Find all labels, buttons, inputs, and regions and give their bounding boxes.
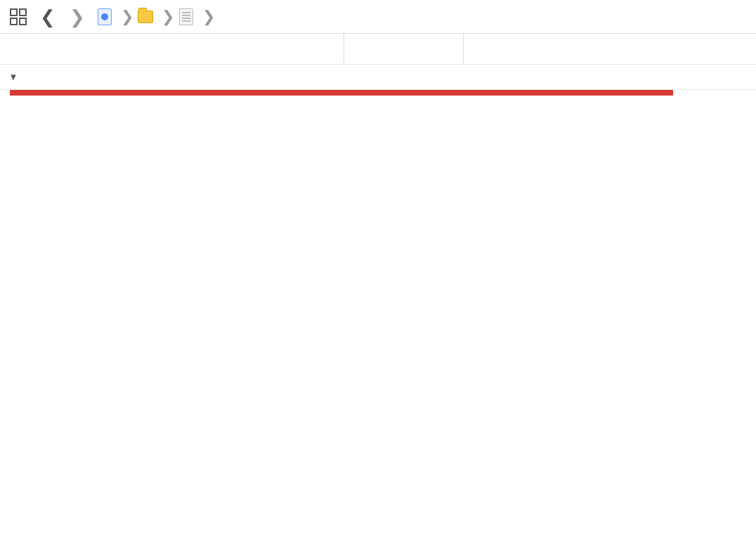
plist-editor: ▼: [0, 34, 756, 90]
chevron-right-icon: ❯: [70, 8, 85, 26]
column-header-value[interactable]: [464, 34, 756, 64]
breadcrumb-item-project[interactable]: [97, 9, 117, 25]
chevron-right-icon: ❯: [119, 8, 135, 26]
column-header-key[interactable]: [0, 34, 344, 64]
annotation-highlight: [10, 90, 673, 96]
table-header: [0, 34, 756, 65]
app-file-icon: [97, 9, 112, 25]
disclosure-triangle-down-icon[interactable]: ▼: [8, 72, 18, 82]
editor-path-bar: ❮ ❯ ❯ ❯ ❯: [0, 0, 756, 34]
key-cell[interactable]: ▼: [0, 72, 344, 82]
column-header-type[interactable]: [344, 34, 464, 64]
breadcrumb-item-file[interactable]: [178, 9, 198, 25]
chevron-right-icon: ❯: [160, 8, 176, 26]
breadcrumb[interactable]: ❯ ❯ ❯: [97, 8, 219, 26]
nav-back-button[interactable]: ❮: [38, 7, 58, 27]
folder-icon: [138, 9, 153, 25]
chevron-left-icon: ❮: [40, 8, 56, 26]
plist-root-row[interactable]: ▼: [0, 65, 756, 90]
chevron-right-icon: ❯: [201, 8, 216, 26]
related-items-icon: [10, 8, 27, 25]
breadcrumb-item-folder[interactable]: [138, 9, 157, 25]
related-items-button[interactable]: [8, 7, 28, 27]
plist-file-icon: [178, 9, 194, 25]
nav-forward-button[interactable]: ❯: [67, 7, 87, 27]
